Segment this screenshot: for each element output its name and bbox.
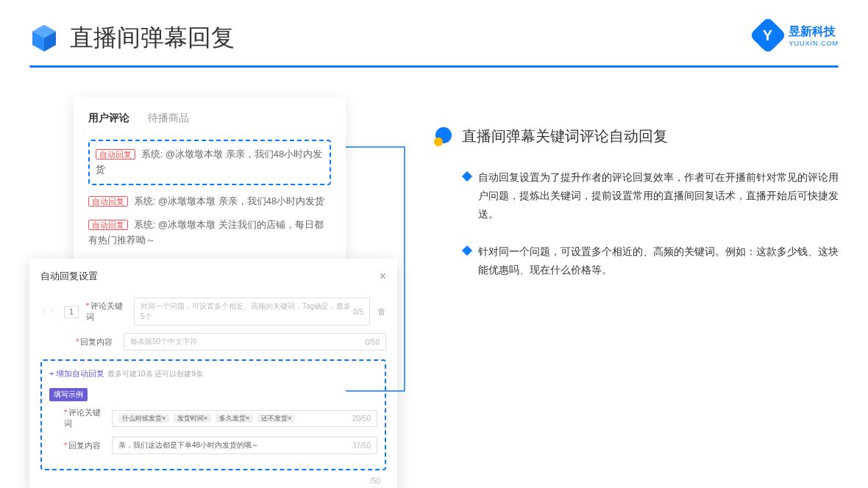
brand-sub: YUUXIN.COM <box>789 40 839 47</box>
settings-title: 自动回复设置 <box>40 270 98 283</box>
content-label: 回复内容 <box>80 337 113 346</box>
comment-item: 自动回复 系统: @冰墩墩本墩 关注我们的店铺，每日都有热门推荐呦～ <box>88 218 331 248</box>
trash-icon[interactable]: 🗑 <box>377 306 386 317</box>
keyword-label: 评论关键词 <box>86 301 123 321</box>
example-badge: 填写示例 <box>49 388 88 401</box>
bullet-text: 自动回复设置为了提升作者的评论回复效率，作者可在开播前针对常见的评论用户问题，提… <box>478 168 839 224</box>
ex-content-label: 回复内容 <box>68 441 101 450</box>
auto-reply-tag: 自动回复 <box>96 149 135 159</box>
settings-card: 自动回复设置 × ⋮⋮ 1 *评论关键词 对同一个问题，可设置多个相近、高频的关… <box>29 259 397 488</box>
tab-comments[interactable]: 用户评论 <box>88 112 129 125</box>
footer-count: /50 <box>370 477 380 485</box>
comments-card: 用户评论 待播商品 自动回复 系统: @冰墩墩本墩 亲亲，我们48小时内发货 自… <box>74 97 346 272</box>
brand-logo: Y 昱新科技 YUUXIN.COM <box>755 22 839 49</box>
auto-reply-tag: 自动回复 <box>88 220 128 230</box>
page-header: 直播间弹幕回复 <box>0 0 868 65</box>
bullet-dot-icon <box>434 127 453 146</box>
example-highlight: + 增加自动回复 最多可建10条 还可以创建9条 填写示例 *评论关键词 什么时… <box>40 359 386 470</box>
add-reply-link[interactable]: + 增加自动回复 最多可建10条 还可以创建9条 <box>49 368 377 379</box>
bullet-item: 针对同一个问题，可设置多个相近的、高频的关键词。例如：这款多少钱、这块能优惠吗、… <box>434 243 839 279</box>
brand-name: 昱新科技 <box>789 24 839 40</box>
comment-item: 自动回复 系统: @冰墩墩本墩 亲亲，我们48小时内发货 <box>88 194 331 209</box>
ex-keyword-input[interactable]: 什么时候发货× 发货时间× 多久发货× 还不发货× 20/50 <box>112 410 377 427</box>
keyword-input[interactable]: 对同一个问题，可设置多个相近、高频的关键词，Tag确定，最多5个0/5 <box>134 298 370 326</box>
close-icon[interactable]: × <box>380 270 386 283</box>
auto-reply-tag: 自动回复 <box>88 196 128 207</box>
logo-cube-icon <box>29 24 59 53</box>
section-title: 直播间弹幕关键词评论自动回复 <box>462 126 668 146</box>
content-input[interactable]: 每条限50个中文字符0/50 <box>124 333 386 351</box>
description-panel: 直播间弹幕关键词评论自动回复 自动回复设置为了提升作者的评论回复效率，作者可在开… <box>434 97 839 298</box>
ex-content-input[interactable]: 亲，我们这边都是下单48小时内发货的哦～37/50 <box>112 437 377 454</box>
comment-text: 系统: @冰墩墩本墩 亲亲，我们48小时内发货 <box>134 195 325 207</box>
highlighted-comment: 自动回复 系统: @冰墩墩本墩 亲亲，我们48小时内发货 <box>88 140 331 185</box>
row-number: 1 <box>64 306 79 318</box>
ex-keyword-label: 评论关键词 <box>64 408 101 428</box>
brand-icon: Y <box>750 17 787 54</box>
diamond-icon <box>462 245 472 255</box>
form-row: ⋮⋮ 1 *评论关键词 对同一个问题，可设置多个相近、高频的关键词，Tag确定，… <box>40 298 386 326</box>
bullet-item: 自动回复设置为了提升作者的评论回复效率，作者可在开播前针对常见的评论用户问题，提… <box>434 168 839 224</box>
diamond-icon <box>462 171 472 182</box>
page-title: 直播间弹幕回复 <box>70 22 235 54</box>
screenshot-panel: 用户评论 待播商品 自动回复 系统: @冰墩墩本墩 亲亲，我们48小时内发货 自… <box>29 97 397 298</box>
bullet-text: 针对同一个问题，可设置多个相近的、高频的关键词。例如：这款多少钱、这块能优惠吗、… <box>478 243 839 279</box>
tab-products[interactable]: 待播商品 <box>148 112 189 125</box>
